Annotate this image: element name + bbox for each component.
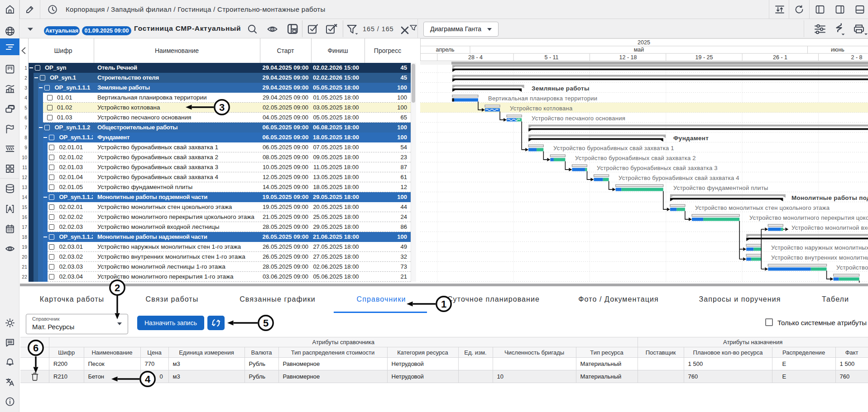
svg-text:19 - 25: 19 - 25 [695,54,713,61]
svg-text:Устройство котлована: Устройство котлована [510,105,573,112]
svg-text:5 - 11: 5 - 11 [544,54,558,61]
svg-text:Земляные работы: Земляные работы [532,85,590,92]
svg-text:2025: 2025 [638,39,650,46]
svg-text:28 - 4: 28 - 4 [468,54,483,61]
svg-text:Монолитные работы подзем: Монолитные работы подзем [791,194,868,201]
svg-text:июнь: июнь [831,47,844,53]
svg-text:Устройство м: Устройство м [836,264,868,271]
svg-text:Устройство буронабивных свай з: Устройство буронабивных свай захватка 3 [597,165,718,171]
svg-text:Устройство буронабивных свай з: Устройство буронабивных свай захватка 2 [575,155,696,161]
svg-text:апрель: апрель [436,47,454,53]
svg-text:Устройство внутренних монолитн: Устройство внутренних монолитных [771,254,868,261]
svg-text:Устройство фундаментной плиты: Устройство фундаментной плиты [673,185,768,191]
svg-text:Вертикальная планировка террит: Вертикальная планировка территории [488,95,597,102]
svg-text:Фундамент: Фундамент [673,135,709,142]
svg-text:Устройство буронабивных свай з: Устройство буронабивных свай захватка 4 [619,175,739,181]
svg-text:26 - 1: 26 - 1 [773,54,787,61]
svg-text:Устройство песчаного основания: Устройство песчаного основания [532,115,625,122]
svg-text:2 - 8: 2 - 8 [851,54,862,61]
svg-text:Устройство монолитной вход: Устройство монолитной вход [791,224,868,231]
svg-text:Устройство буронабивных свай з: Устройство буронабивных свай захватка 1 [553,145,674,152]
svg-text:Устройство монолитных стен цок: Устройство монолитных стен цокольного эт… [695,204,830,211]
svg-text:12 - 18: 12 - 18 [619,54,637,61]
svg-text:Устройство монолитного перекры: Устройство монолитного перекрытия цоколь… [749,214,868,221]
svg-text:май: май [634,47,644,53]
svg-text:5: 5 [263,317,269,329]
svg-text:Устройство наружных монолитных: Устройство наружных монолитных с [771,244,868,251]
